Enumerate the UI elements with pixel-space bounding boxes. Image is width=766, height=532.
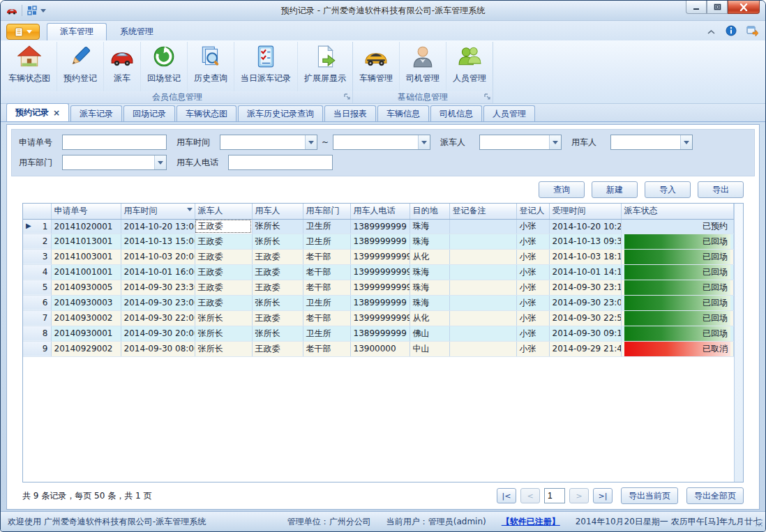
table-row[interactable]: 3201410030012014-10-03 20:00王政委王政委老干部139… [23, 249, 734, 264]
cell-dispatcher[interactable]: 王政委 [195, 234, 252, 249]
cell-registrar[interactable]: 小张 [516, 264, 549, 280]
cell-remark[interactable] [449, 219, 516, 234]
doc-tab-return-records[interactable]: 回场记录 [123, 105, 175, 121]
chevron-down-icon[interactable] [154, 155, 166, 169]
prev-page-button[interactable]: < [520, 488, 540, 503]
sort-filter-icon[interactable] [187, 208, 193, 211]
cell-apply-no[interactable]: 20141003001 [51, 249, 121, 264]
cell-apply-no[interactable]: 20140929002 [51, 341, 121, 356]
cell-destination[interactable]: 佛山 [410, 326, 449, 341]
doc-tab-driver-info[interactable]: 司机信息 [430, 105, 482, 121]
cell-accept-time[interactable]: 2014-09-30 22:59 [549, 310, 621, 326]
cell-status[interactable]: 已回场 [621, 234, 734, 249]
cell-dispatcher[interactable]: 王政委 [195, 295, 252, 310]
cell-remark[interactable] [449, 341, 516, 356]
chevron-down-icon[interactable] [305, 135, 317, 149]
dept-combo[interactable] [62, 155, 167, 170]
cell-status[interactable]: 已取消 [621, 341, 734, 356]
use-time-to-combo[interactable] [333, 135, 430, 150]
cell-apply-no[interactable]: 20141013001 [51, 234, 121, 249]
cell-dispatcher[interactable]: 张所长 [195, 341, 252, 356]
cell-user[interactable]: 王政委 [252, 341, 303, 356]
cell-phone[interactable]: 13999999999 [350, 264, 410, 280]
column-header-registrar[interactable]: 登记人 [516, 204, 549, 219]
cell-dept[interactable]: 老干部 [303, 264, 350, 280]
table-row[interactable]: 6201409300032014-09-30 23:00王政委张所长卫生所138… [23, 295, 734, 310]
cell-apply-no[interactable]: 20140930005 [51, 280, 121, 295]
doc-tab-vehicle-info[interactable]: 车辆信息 [377, 105, 429, 121]
chevron-down-icon[interactable] [549, 135, 561, 149]
table-row[interactable]: 2201410130012014-10-13 15:00王政委张所长卫生所138… [23, 234, 734, 249]
column-header-dept[interactable]: 用车部门 [303, 204, 350, 219]
cell-phone[interactable]: 13999999999 [350, 280, 410, 295]
cell-dept[interactable]: 卫生所 [303, 234, 350, 249]
user-combo[interactable] [610, 135, 693, 150]
row-header-cell[interactable]: 9 [23, 341, 51, 356]
cell-use-time[interactable]: 2014-09-30 23:00 [121, 295, 195, 310]
close-button[interactable] [728, 1, 760, 14]
doc-tab-dispatch-records[interactable]: 派车记录 [70, 105, 122, 121]
cell-accept-time[interactable]: 2014-09-30 23:14 [549, 280, 621, 295]
cell-phone[interactable]: 13900000 [350, 341, 410, 356]
cell-status[interactable]: 已回场 [621, 310, 734, 326]
resize-grip-icon[interactable] [755, 519, 763, 529]
cell-registrar[interactable]: 小张 [516, 295, 549, 310]
column-header-remark[interactable]: 登记备注 [449, 204, 516, 219]
cell-user[interactable]: 张所长 [252, 234, 303, 249]
cell-registrar[interactable]: 小张 [516, 249, 549, 264]
cell-use-time[interactable]: 2014-10-01 16:00 [121, 264, 195, 280]
last-page-button[interactable]: >| [593, 488, 613, 503]
row-header-cell[interactable]: ▶1 [23, 219, 51, 234]
use-time-from-combo[interactable] [220, 135, 317, 150]
driver-management-button[interactable]: 司机管理 [400, 42, 446, 91]
cell-accept-time[interactable]: 2014-10-13 09:34 [549, 234, 621, 249]
cell-registrar[interactable]: 小张 [516, 341, 549, 356]
today-dispatch-records-button[interactable]: 当日派车记录 [234, 42, 298, 91]
cell-destination[interactable]: 珠海 [410, 264, 449, 280]
doc-tab-today-report[interactable]: 当日报表 [324, 105, 376, 121]
doc-tab-personnel-management[interactable]: 人员管理 [483, 105, 535, 121]
cell-remark[interactable] [449, 264, 516, 280]
row-header-cell[interactable]: 3 [23, 249, 51, 264]
table-row[interactable]: 5201409300052014-09-30 23:30王政委王政委老干部139… [23, 280, 734, 295]
column-header-user[interactable]: 用车人 [252, 204, 303, 219]
cell-apply-no[interactable]: 20140930003 [51, 295, 121, 310]
cell-user[interactable]: 张所长 [252, 295, 303, 310]
table-row[interactable]: 4201410010012014-10-01 16:00王政委王政委老干部139… [23, 264, 734, 280]
software-registered-link[interactable]: 【软件已注册】 [502, 516, 560, 528]
table-row[interactable]: ▶1201410200012014-10-20 13:00王政委张所长卫生所13… [23, 219, 734, 234]
cell-user[interactable]: 王政委 [252, 310, 303, 326]
cell-remark[interactable] [449, 326, 516, 341]
vehicle-management-button[interactable]: 车辆管理 [353, 42, 400, 91]
cell-dispatcher[interactable]: 王政委 [195, 264, 252, 280]
cell-dept[interactable]: 老干部 [303, 249, 350, 264]
ribbon-tab-dispatch-management[interactable]: 派车管理 [47, 23, 107, 40]
column-header-apply-no[interactable]: 申请单号 [51, 204, 121, 219]
table-row[interactable]: 7201409300022014-09-30 22:00张所长王政委老干部139… [23, 310, 734, 326]
dialog-launcher-icon[interactable] [344, 92, 350, 102]
cell-remark[interactable] [449, 234, 516, 249]
cell-dispatcher[interactable]: 王政委 [195, 219, 252, 234]
dispatch-button[interactable]: 派车 [104, 42, 141, 91]
cell-user[interactable]: 王政委 [252, 264, 303, 280]
cell-user[interactable]: 王政委 [252, 249, 303, 264]
query-button[interactable]: 查询 [539, 181, 585, 198]
cell-use-time[interactable]: 2014-10-03 20:00 [121, 249, 195, 264]
cell-dispatcher[interactable]: 张所长 [195, 326, 252, 341]
cell-apply-no[interactable]: 20140930001 [51, 326, 121, 341]
cell-destination[interactable]: 从化 [410, 310, 449, 326]
cell-user[interactable]: 王政委 [252, 280, 303, 295]
cell-status[interactable]: 已回场 [621, 264, 734, 280]
cell-registrar[interactable]: 小张 [516, 310, 549, 326]
cell-registrar[interactable]: 小张 [516, 234, 549, 249]
phone-input[interactable] [228, 155, 333, 170]
export-current-page-button[interactable]: 导出当前页 [621, 487, 678, 504]
info-icon[interactable] [726, 25, 737, 38]
cell-destination[interactable]: 珠海 [410, 295, 449, 310]
row-header-cell[interactable]: 8 [23, 326, 51, 341]
dispatcher-combo[interactable] [479, 135, 562, 150]
cell-phone[interactable]: 1389999999 [350, 295, 410, 310]
row-header-cell[interactable]: 7 [23, 310, 51, 326]
cell-use-time[interactable]: 2014-10-20 13:00 [121, 219, 195, 234]
column-header-status[interactable]: 派车状态 [621, 204, 734, 219]
